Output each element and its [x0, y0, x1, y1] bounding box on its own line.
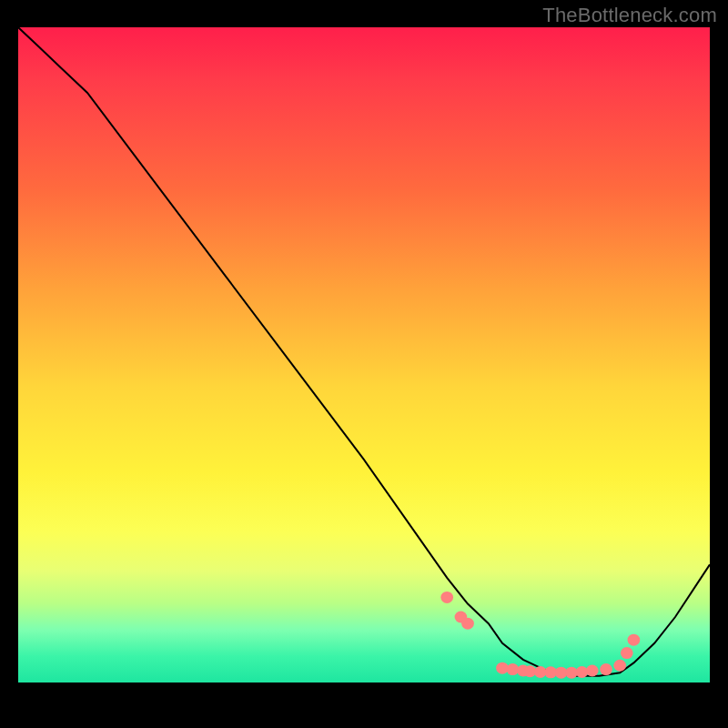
dot: [600, 663, 612, 675]
dot: [628, 634, 641, 646]
main-line: [18, 27, 710, 676]
dot-group: [440, 592, 640, 679]
watermark-text: TheBottleneck.com: [542, 4, 717, 27]
chart-frame: TheBottleneck.com: [0, 0, 728, 728]
dot: [461, 618, 474, 630]
dot: [613, 660, 626, 672]
curve-layer: [18, 27, 710, 682]
dot: [440, 592, 453, 603]
dot: [621, 647, 633, 659]
dot: [586, 665, 599, 677]
plot-area: [18, 27, 710, 682]
plot-canvas: [18, 27, 710, 682]
